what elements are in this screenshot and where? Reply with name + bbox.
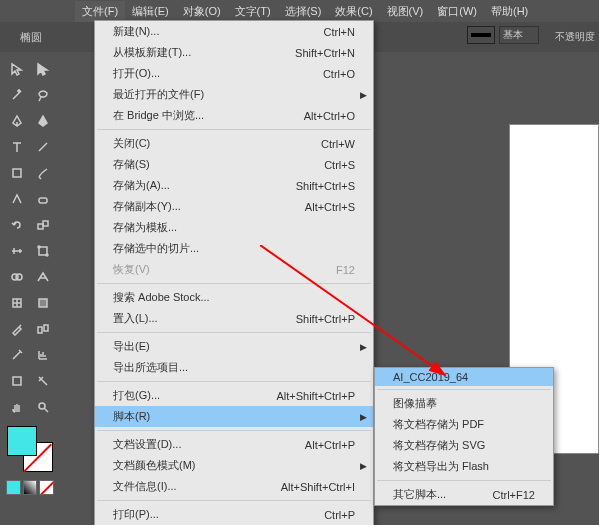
svg-rect-1 bbox=[39, 198, 47, 203]
stroke-style-dropdown[interactable]: 基本 bbox=[499, 26, 539, 44]
menu-item[interactable]: 存储选中的切片... bbox=[95, 238, 373, 259]
menu-item[interactable]: 打印(P)...Ctrl+P bbox=[95, 504, 373, 525]
menu-窗口(W)[interactable]: 窗口(W) bbox=[430, 1, 484, 22]
menu-item[interactable]: 文档颜色模式(M)▶ bbox=[95, 455, 373, 476]
menu-item[interactable]: 存储为(A)...Shift+Ctrl+S bbox=[95, 175, 373, 196]
stroke-swatch[interactable] bbox=[467, 26, 495, 44]
menu-item[interactable]: AI_CC2019_64 bbox=[375, 368, 553, 386]
stroke-controls: 基本 bbox=[467, 26, 539, 44]
svg-rect-13 bbox=[13, 377, 21, 385]
menu-item[interactable]: 存储副本(Y)...Alt+Ctrl+S bbox=[95, 196, 373, 217]
menu-视图(V)[interactable]: 视图(V) bbox=[380, 1, 431, 22]
menu-item[interactable]: 其它脚本...Ctrl+F12 bbox=[375, 484, 553, 505]
perspective-tool[interactable] bbox=[30, 264, 56, 290]
svg-rect-11 bbox=[38, 327, 42, 333]
width-tool[interactable] bbox=[4, 238, 30, 264]
opacity-label: 不透明度 bbox=[555, 30, 595, 44]
slice-tool[interactable] bbox=[30, 368, 56, 394]
gradient-tool[interactable] bbox=[30, 290, 56, 316]
menu-item: 恢复(V)F12 bbox=[95, 259, 373, 280]
shape-builder-tool[interactable] bbox=[4, 264, 30, 290]
eyedropper-tool[interactable] bbox=[4, 316, 30, 342]
magic-wand-tool[interactable] bbox=[4, 82, 30, 108]
menu-item[interactable]: 置入(L)...Shift+Ctrl+P bbox=[95, 308, 373, 329]
color-swatch[interactable] bbox=[7, 426, 53, 472]
toolbox bbox=[4, 56, 56, 497]
pen-tool[interactable] bbox=[4, 108, 30, 134]
menu-文件(F)[interactable]: 文件(F) bbox=[75, 1, 125, 22]
line-tool[interactable] bbox=[30, 134, 56, 160]
selection-tool[interactable] bbox=[4, 56, 30, 82]
mesh-tool[interactable] bbox=[4, 290, 30, 316]
file-menu: 新建(N)...Ctrl+N从模板新建(T)...Shift+Ctrl+N打开(… bbox=[94, 20, 374, 525]
menu-item[interactable]: 脚本(R)▶ bbox=[95, 406, 373, 427]
hand-tool[interactable] bbox=[4, 394, 30, 420]
menu-文字(T)[interactable]: 文字(T) bbox=[228, 1, 278, 22]
svg-rect-0 bbox=[13, 169, 21, 177]
curvature-tool[interactable] bbox=[30, 108, 56, 134]
type-tool[interactable] bbox=[4, 134, 30, 160]
free-transform-tool[interactable] bbox=[30, 238, 56, 264]
menu-item[interactable]: 打开(O)...Ctrl+O bbox=[95, 63, 373, 84]
shape-label: 椭圆 bbox=[20, 30, 42, 45]
graph-tool[interactable] bbox=[30, 342, 56, 368]
menu-item[interactable]: 图像描摹 bbox=[375, 393, 553, 414]
direct-selection-tool[interactable] bbox=[30, 56, 56, 82]
menubar: 文件(F)编辑(E)对象(O)文字(T)选择(S)效果(C)视图(V)窗口(W)… bbox=[0, 0, 599, 22]
svg-rect-10 bbox=[39, 299, 47, 307]
menu-对象(O)[interactable]: 对象(O) bbox=[176, 1, 228, 22]
menu-item[interactable]: 最近打开的文件(F)▶ bbox=[95, 84, 373, 105]
svg-rect-3 bbox=[43, 221, 48, 226]
menu-item[interactable]: 导出所选项目... bbox=[95, 357, 373, 378]
menu-item[interactable]: 关闭(C)Ctrl+W bbox=[95, 133, 373, 154]
menu-item[interactable]: 将文档存储为 PDF bbox=[375, 414, 553, 435]
menu-item[interactable]: 打包(G)...Alt+Shift+Ctrl+P bbox=[95, 385, 373, 406]
menu-item[interactable]: 文档设置(D)...Alt+Ctrl+P bbox=[95, 434, 373, 455]
menu-item[interactable]: 从模板新建(T)...Shift+Ctrl+N bbox=[95, 42, 373, 63]
color-modes[interactable] bbox=[4, 478, 56, 497]
svg-rect-12 bbox=[44, 325, 48, 331]
rectangle-tool[interactable] bbox=[4, 160, 30, 186]
artboard-tool[interactable] bbox=[4, 368, 30, 394]
menu-item[interactable]: 将文档导出为 Flash bbox=[375, 456, 553, 477]
eraser-tool[interactable] bbox=[30, 186, 56, 212]
blend-tool[interactable] bbox=[30, 316, 56, 342]
shaper-tool[interactable] bbox=[4, 186, 30, 212]
menu-选择(S)[interactable]: 选择(S) bbox=[278, 1, 329, 22]
scale-tool[interactable] bbox=[30, 212, 56, 238]
menu-item[interactable]: 导出(E)▶ bbox=[95, 336, 373, 357]
menu-item[interactable]: 新建(N)...Ctrl+N bbox=[95, 21, 373, 42]
menu-item[interactable]: 在 Bridge 中浏览...Alt+Ctrl+O bbox=[95, 105, 373, 126]
zoom-tool[interactable] bbox=[30, 394, 56, 420]
symbol-sprayer-tool[interactable] bbox=[4, 342, 30, 368]
rotate-tool[interactable] bbox=[4, 212, 30, 238]
menu-item[interactable]: 文件信息(I)...Alt+Shift+Ctrl+I bbox=[95, 476, 373, 497]
menu-帮助(H)[interactable]: 帮助(H) bbox=[484, 1, 535, 22]
scripts-submenu: AI_CC2019_64图像描摹将文档存储为 PDF将文档存储为 SVG将文档导… bbox=[374, 367, 554, 506]
svg-point-8 bbox=[16, 274, 22, 280]
menu-item[interactable]: 存储(S)Ctrl+S bbox=[95, 154, 373, 175]
menu-item[interactable]: 搜索 Adobe Stock... bbox=[95, 287, 373, 308]
paintbrush-tool[interactable] bbox=[30, 160, 56, 186]
menu-item[interactable]: 存储为模板... bbox=[95, 217, 373, 238]
menu-编辑(E)[interactable]: 编辑(E) bbox=[125, 1, 176, 22]
menu-效果(C)[interactable]: 效果(C) bbox=[328, 1, 379, 22]
menu-item[interactable]: 将文档存储为 SVG bbox=[375, 435, 553, 456]
lasso-tool[interactable] bbox=[30, 82, 56, 108]
